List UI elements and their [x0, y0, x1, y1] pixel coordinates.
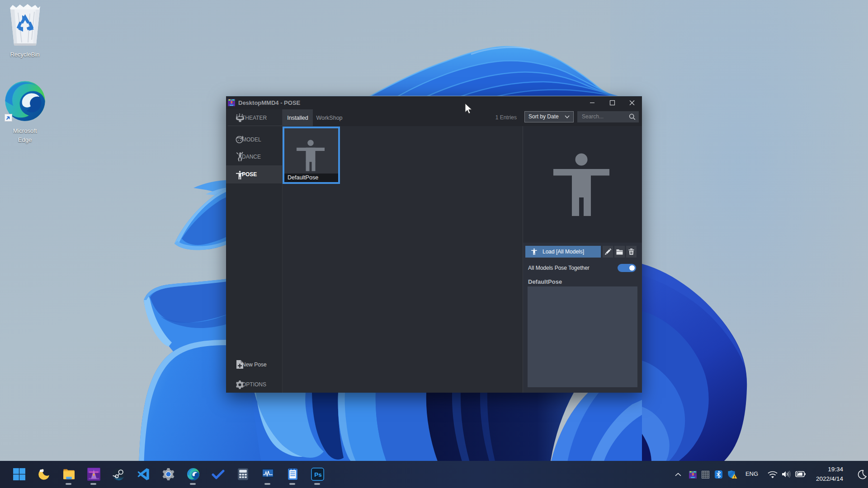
- svg-text:Ps: Ps: [314, 471, 321, 478]
